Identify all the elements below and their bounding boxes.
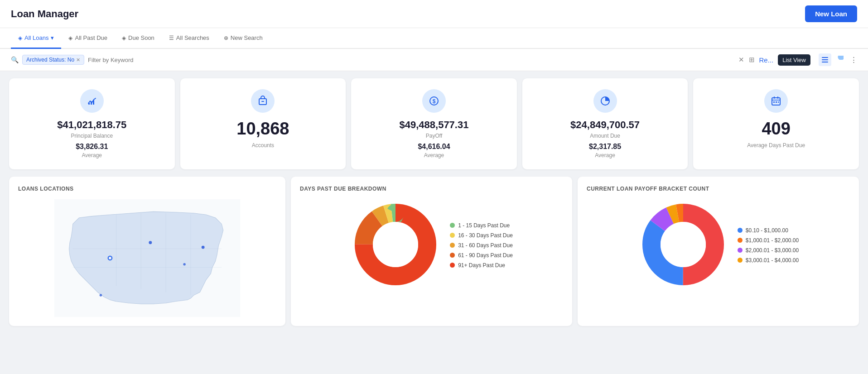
new-search-icon: ⊕ xyxy=(224,35,228,41)
svg-text:$: $ xyxy=(433,98,436,105)
filter-tag-close[interactable]: ✕ xyxy=(76,57,80,63)
svg-rect-13 xyxy=(774,96,775,99)
search-icon: 🔍 xyxy=(11,56,19,63)
svg-point-42 xyxy=(661,222,706,267)
due-soon-icon: ◈ xyxy=(122,35,126,41)
payoff-bracket-card: CURRENT LOAN PAYOFF BRACKET COUNT xyxy=(578,177,859,326)
payoff-avg-value: $4,616.04 xyxy=(418,143,450,151)
app-title: Loan Manager xyxy=(11,8,78,20)
svg-rect-14 xyxy=(777,96,778,99)
svg-point-29 xyxy=(100,294,102,296)
payoff-value: $49,488,577.31 xyxy=(400,119,469,131)
principal-balance-value: $41,021,818.75 xyxy=(57,119,126,131)
svg-point-28 xyxy=(202,246,205,249)
legend-item-3000-4000: $3,000.01 - $4,000.00 xyxy=(738,257,799,264)
legend-dot-16-30 xyxy=(450,233,455,238)
tab-all-past-due[interactable]: ◈ All Past Due xyxy=(61,28,115,49)
legend-item-16-30: 16 - 30 Days Past Due xyxy=(450,232,513,239)
svg-point-36 xyxy=(373,222,418,267)
svg-point-26 xyxy=(109,257,111,259)
svg-rect-1 xyxy=(822,59,828,60)
legend-item-1000-2000: $1,000.01 - $2,000.00 xyxy=(738,237,799,244)
legend-dot-91plus xyxy=(450,263,455,268)
stat-card-amount-due: $24,849,700.57 Amount Due $2,317.85 Aver… xyxy=(522,78,688,169)
svg-rect-17 xyxy=(778,101,779,103)
payoff-avg-label: Average xyxy=(424,152,444,158)
legend-item-1-15: 1 - 15 Days Past Due xyxy=(450,222,513,229)
loans-locations-card: LOANS LOCATIONS xyxy=(9,177,285,326)
main-content: $41,021,818.75 Principal Balance $3,826.… xyxy=(0,71,868,333)
legend-item-2000-3000: $2,000.01 - $3,000.00 xyxy=(738,247,799,254)
payoff-bracket-title: CURRENT LOAN PAYOFF BRACKET COUNT xyxy=(587,186,850,192)
legend-dot-2000-3000 xyxy=(738,248,743,253)
filter-icon[interactable]: ⊞ xyxy=(749,56,755,64)
legend-dot-1000-2000 xyxy=(738,238,743,243)
amount-due-avg-value: $2,317.85 xyxy=(589,143,621,151)
legend-dot-31-60 xyxy=(450,243,455,248)
stat-card-avg-days-past-due: 409 Average Days Past Due xyxy=(693,78,859,169)
payoff-bracket-legend: $0.10 - $1,000.00 $1,000.01 - $2,000.00 … xyxy=(738,227,799,264)
principal-balance-avg-value: $3,826.31 xyxy=(76,143,108,151)
principal-balance-icon xyxy=(80,89,104,113)
legend-item-31-60: 31 - 60 Days Past Due xyxy=(450,242,513,249)
search-bar: 🔍 Archived Status: No ✕ ✕ ⊞ Re... List V… xyxy=(0,49,868,71)
amount-due-value: $24,849,700.57 xyxy=(570,119,640,131)
svg-rect-5 xyxy=(91,101,92,105)
header: Loan Manager New Loan xyxy=(0,0,868,28)
chart-view-button[interactable] xyxy=(833,53,846,66)
clear-search-icon[interactable]: ✕ xyxy=(738,56,744,64)
days-past-due-donut xyxy=(350,199,441,291)
avg-days-label: Average Days Past Due xyxy=(747,142,805,149)
payoff-icon: $ xyxy=(422,89,446,113)
new-loan-button[interactable]: New Loan xyxy=(805,5,857,22)
legend-item-91plus: 91+ Days Past Due xyxy=(450,262,513,269)
amount-due-icon xyxy=(593,89,617,113)
loans-locations-map xyxy=(18,199,276,317)
stat-card-payoff: $ $49,488,577.31 PayOff $4,616.04 Averag… xyxy=(351,78,517,169)
principal-balance-avg-label: Average xyxy=(82,152,102,158)
tab-all-searches[interactable]: ☰ All Searches xyxy=(162,28,217,49)
accounts-label: Accounts xyxy=(252,142,274,149)
filter-tag[interactable]: Archived Status: No ✕ xyxy=(22,55,84,65)
svg-rect-0 xyxy=(822,57,828,58)
amount-due-avg-label: Average xyxy=(595,152,615,158)
svg-rect-2 xyxy=(822,62,828,62)
legend-dot-0-1000 xyxy=(738,228,743,233)
payoff-bracket-chart-area: $0.10 - $1,000.00 $1,000.01 - $2,000.00 … xyxy=(587,199,850,291)
tab-due-soon[interactable]: ◈ Due Soon xyxy=(115,28,162,49)
principal-balance-label: Principal Balance xyxy=(71,133,113,139)
tab-new-search[interactable]: ⊕ New Search xyxy=(217,28,270,49)
past-due-icon: ◈ xyxy=(68,35,72,41)
reset-link[interactable]: Re... xyxy=(759,56,774,64)
svg-rect-16 xyxy=(776,101,777,103)
payoff-label: PayOff xyxy=(426,133,442,139)
days-past-due-card: DAYS PAST DUE BREAKDOWN xyxy=(291,177,572,326)
legend-item-0-1000: $0.10 - $1,000.00 xyxy=(738,227,799,234)
nav-tabs: ◈ All Loans ▾ ◈ All Past Due ◈ Due Soon … xyxy=(0,28,868,49)
us-map-svg xyxy=(18,199,276,317)
stat-card-principal-balance: $41,021,818.75 Principal Balance $3,826.… xyxy=(9,78,175,169)
all-searches-icon: ☰ xyxy=(169,35,174,41)
list-view-button[interactable] xyxy=(819,53,831,66)
loans-locations-title: LOANS LOCATIONS xyxy=(18,186,276,192)
view-tooltip: List View xyxy=(778,54,810,66)
svg-rect-15 xyxy=(773,101,775,103)
accounts-icon xyxy=(251,89,275,113)
view-icons xyxy=(819,53,846,66)
stat-card-accounts: 10,868 Accounts xyxy=(180,78,346,169)
dropdown-arrow-icon: ▾ xyxy=(51,34,54,41)
amount-due-label: Amount Due xyxy=(590,133,620,139)
days-past-due-title: DAYS PAST DUE BREAKDOWN xyxy=(300,186,563,192)
tab-all-loans[interactable]: ◈ All Loans ▾ xyxy=(11,28,61,49)
svg-point-30 xyxy=(183,263,185,265)
search-bar-actions: ✕ ⊞ Re... List View ⋮ xyxy=(738,53,857,66)
avg-days-value: 409 xyxy=(762,119,790,139)
legend-dot-3000-4000 xyxy=(738,258,743,263)
svg-point-3 xyxy=(86,95,98,107)
payoff-bracket-donut xyxy=(638,199,728,291)
search-input[interactable] xyxy=(88,57,734,63)
all-loans-icon: ◈ xyxy=(18,35,22,41)
charts-row: LOANS LOCATIONS xyxy=(9,177,859,326)
more-options-button[interactable]: ⋮ xyxy=(850,56,857,64)
accounts-value: 10,868 xyxy=(236,119,289,139)
